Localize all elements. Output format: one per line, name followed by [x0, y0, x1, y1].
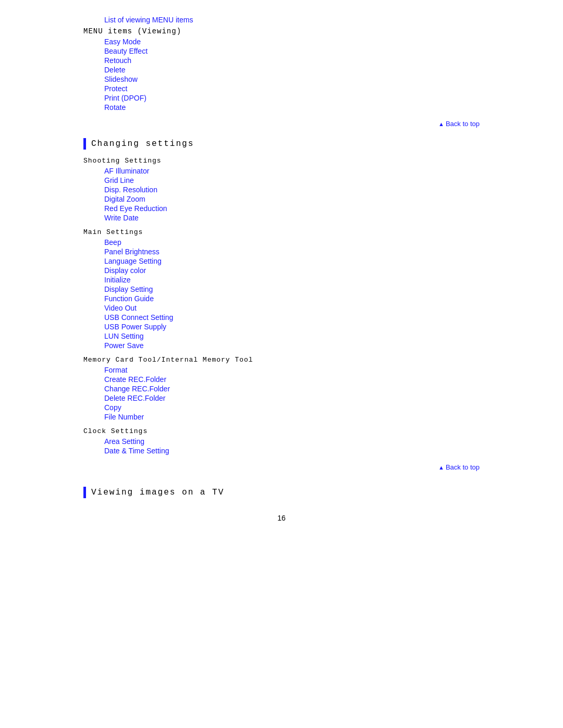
power-save-link[interactable]: Power Save: [104, 341, 480, 350]
language-setting-link[interactable]: Language Setting: [104, 257, 480, 265]
grid-line-link[interactable]: Grid Line: [104, 176, 480, 184]
usb-connect-setting-link[interactable]: USB Connect Setting: [104, 313, 480, 322]
viewing-menu-items: Easy Mode Beauty Effect Retouch Delete S…: [83, 38, 480, 112]
panel-brightness-link[interactable]: Panel Brightness: [104, 248, 480, 256]
beauty-effect-link[interactable]: Beauty Effect: [104, 47, 480, 55]
print-dpof-link[interactable]: Print (DPOF): [104, 94, 480, 102]
lun-setting-link[interactable]: LUN Setting: [104, 332, 480, 340]
back-to-top-link-2[interactable]: Back to top: [438, 463, 480, 471]
shooting-settings-items: AF Illuminator Grid Line Disp. Resolutio…: [83, 167, 480, 222]
digital-zoom-link[interactable]: Digital Zoom: [104, 195, 480, 203]
file-number-link[interactable]: File Number: [104, 413, 480, 421]
changing-settings-title: Changing settings: [83, 138, 480, 150]
disp-resolution-link[interactable]: Disp. Resolution: [104, 186, 480, 194]
viewing-section-bar: [83, 487, 86, 498]
usb-power-supply-link[interactable]: USB Power Supply: [104, 323, 480, 331]
display-setting-link[interactable]: Display Setting: [104, 285, 480, 293]
viewing-on-tv-section: Viewing images on a TV: [83, 487, 480, 498]
back-to-top-1: Back to top: [83, 120, 480, 128]
delete-rec-folder-link[interactable]: Delete REC.Folder: [104, 394, 480, 402]
main-settings-items: Beep Panel Brightness Language Setting D…: [83, 238, 480, 350]
clock-settings-label: Clock Settings: [83, 427, 480, 435]
area-setting-link[interactable]: Area Setting: [104, 437, 480, 446]
list-of-viewing-menu-link[interactable]: List of viewing MENU items: [104, 16, 193, 24]
retouch-link[interactable]: Retouch: [104, 56, 480, 65]
main-settings-group: Main Settings Beep Panel Brightness Lang…: [83, 228, 480, 350]
date-time-setting-link[interactable]: Date & Time Setting: [104, 447, 480, 455]
rotate-link[interactable]: Rotate: [104, 103, 480, 112]
red-eye-reduction-link[interactable]: Red Eye Reduction: [104, 204, 480, 213]
shooting-settings-label: Shooting Settings: [83, 157, 480, 165]
af-illuminator-link[interactable]: AF Illuminator: [104, 167, 480, 175]
protect-link[interactable]: Protect: [104, 84, 480, 93]
copy-link[interactable]: Copy: [104, 403, 480, 412]
memory-card-tool-label: Memory Card Tool/Internal Memory Tool: [83, 356, 480, 364]
clock-settings-group: Clock Settings Area Setting Date & Time …: [83, 427, 480, 455]
changing-settings-heading: Changing settings: [91, 139, 194, 149]
changing-settings-section: Changing settings Shooting Settings AF I…: [83, 138, 480, 471]
back-to-top-link-1[interactable]: Back to top: [438, 120, 480, 128]
function-guide-link[interactable]: Function Guide: [104, 294, 480, 303]
page-content: List of viewing MENU items MENU items (V…: [83, 16, 480, 522]
memory-card-tool-group: Memory Card Tool/Internal Memory Tool Fo…: [83, 356, 480, 421]
video-out-link[interactable]: Video Out: [104, 304, 480, 312]
shooting-settings-group: Shooting Settings AF Illuminator Grid Li…: [83, 157, 480, 222]
section-bar: [83, 138, 86, 150]
page-number: 16: [83, 514, 480, 522]
memory-card-tool-items: Format Create REC.Folder Change REC.Fold…: [83, 366, 480, 421]
display-color-link[interactable]: Display color: [104, 266, 480, 275]
slideshow-link[interactable]: Slideshow: [104, 75, 480, 83]
menu-items-header: MENU items (Viewing): [83, 27, 480, 35]
format-link[interactable]: Format: [104, 366, 480, 374]
easy-mode-link[interactable]: Easy Mode: [104, 38, 480, 46]
main-settings-label: Main Settings: [83, 228, 480, 236]
change-rec-folder-link[interactable]: Change REC.Folder: [104, 385, 480, 393]
viewing-on-tv-heading: Viewing images on a TV: [91, 488, 224, 497]
clock-settings-items: Area Setting Date & Time Setting: [83, 437, 480, 455]
beep-link[interactable]: Beep: [104, 238, 480, 246]
write-date-link[interactable]: Write Date: [104, 214, 480, 222]
initialize-link[interactable]: Initialize: [104, 276, 480, 284]
top-menu-section: List of viewing MENU items MENU items (V…: [83, 16, 480, 128]
delete-link[interactable]: Delete: [104, 66, 480, 74]
create-rec-folder-link[interactable]: Create REC.Folder: [104, 375, 480, 384]
back-to-top-2: Back to top: [83, 463, 480, 471]
